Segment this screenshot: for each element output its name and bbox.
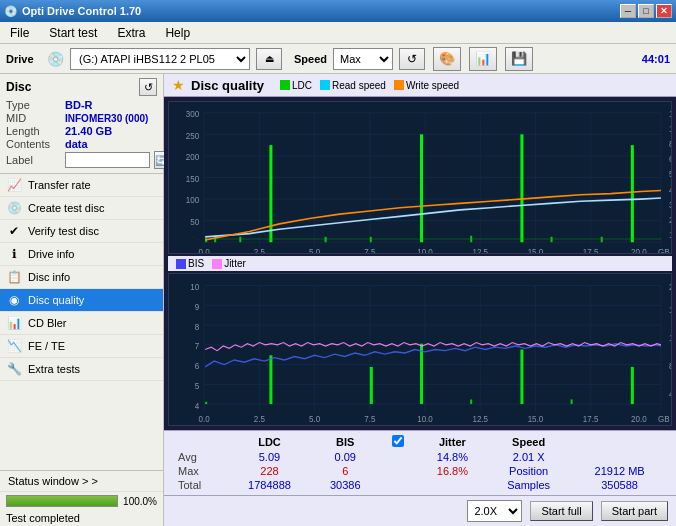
titlebar: 💿 Opti Drive Control 1.70 ─ □ ✕ [0, 0, 676, 22]
start-full-button[interactable]: Start full [530, 501, 592, 521]
speed-select[interactable]: Max1.0X2.0X4.0X8.0X12.0X [333, 48, 393, 70]
avg-extra [571, 450, 668, 464]
sidebar-bottom: Status window > > 100.0% Test completed [0, 470, 163, 526]
sidebar-item-verify-test-disc[interactable]: ✔ Verify test disc [0, 220, 163, 243]
svg-text:10: 10 [190, 282, 199, 293]
avg-empty [378, 450, 418, 464]
svg-rect-95 [370, 367, 373, 404]
status-window-button[interactable]: Status window > > [0, 471, 163, 492]
jitter-color [212, 259, 222, 269]
svg-rect-97 [470, 399, 472, 404]
nav-label-disc-quality: Disc quality [28, 294, 84, 306]
sidebar-item-disc-info[interactable]: 📋 Disc info [0, 266, 163, 289]
menu-file[interactable]: File [4, 24, 35, 42]
disc-label-input[interactable] [65, 152, 150, 168]
sidebar-item-extra-tests[interactable]: 🔧 Extra tests [0, 358, 163, 381]
svg-text:10.0: 10.0 [417, 247, 433, 253]
avg-ldc: 5.09 [227, 450, 312, 464]
maximize-button[interactable]: □ [638, 4, 654, 18]
bis-jitter-legend: BIS Jitter [168, 256, 672, 271]
sidebar-item-fe-te[interactable]: 📉 FE / TE [0, 335, 163, 358]
save-button[interactable]: 💾 [505, 47, 533, 71]
svg-rect-50 [551, 237, 553, 242]
svg-text:2X: 2X [669, 215, 671, 225]
max-ldc: 228 [227, 464, 312, 478]
svg-text:7.5: 7.5 [364, 413, 375, 424]
sidebar: Disc ↺ Type BD-R MID INFOMER30 (000) Len… [0, 74, 164, 526]
disc-label-label: Label [6, 154, 61, 166]
svg-text:7: 7 [195, 341, 200, 352]
disc-type-value: BD-R [65, 99, 93, 111]
close-button[interactable]: ✕ [656, 4, 672, 18]
svg-text:16%: 16% [669, 305, 671, 316]
sidebar-item-create-test-disc[interactable]: 💿 Create test disc [0, 197, 163, 220]
svg-text:20%: 20% [669, 282, 671, 293]
legend-ldc-label: LDC [292, 80, 312, 91]
disc-refresh-button[interactable]: ↺ [139, 78, 157, 96]
stats-jitter-check-cell [378, 434, 418, 450]
drive-select[interactable]: (G:) ATAPI iHBS112 2 PL05 [70, 48, 250, 70]
stats-ldc-header: LDC [227, 434, 312, 450]
settings-button[interactable]: 🎨 [433, 47, 461, 71]
disc-title: Disc [6, 80, 31, 94]
svg-text:17.5: 17.5 [583, 413, 599, 424]
stats-speed-header: Speed [486, 434, 571, 450]
menubar: File Start test Extra Help [0, 22, 676, 44]
svg-rect-45 [325, 237, 327, 242]
legend-read-speed-label: Read speed [332, 80, 386, 91]
svg-rect-93 [205, 402, 207, 404]
svg-text:8X: 8X [669, 139, 671, 149]
menu-starttest[interactable]: Start test [43, 24, 103, 42]
avg-bis: 0.09 [312, 450, 378, 464]
jitter-checkbox[interactable] [392, 435, 404, 447]
nav-label-verify-test-disc: Verify test disc [28, 225, 99, 237]
disc-length-label: Length [6, 125, 61, 137]
svg-text:5: 5 [195, 380, 200, 391]
total-extra [419, 478, 486, 492]
start-part-button[interactable]: Start part [601, 501, 668, 521]
right-panel: ★ Disc quality LDC Read speed Write spee… [164, 74, 676, 526]
disc-label-row: Label 🔄 [6, 151, 157, 169]
timer: 44:01 [642, 53, 670, 65]
svg-text:4%: 4% [669, 389, 671, 400]
speed-refresh-button[interactable]: ↺ [399, 48, 425, 70]
legend-bis-label: BIS [188, 258, 204, 269]
stats-max-row: Max 228 6 16.8% Position 21912 MB [172, 464, 668, 478]
bis-chart-svg: 10 9 8 7 6 5 4 20% 16% 12% 8% 4% 0.0 2.5 [169, 274, 671, 425]
disc-mid-label: MID [6, 112, 61, 124]
legend-ldc: LDC [280, 80, 312, 91]
svg-text:10X: 10X [669, 124, 671, 134]
progress-bar [6, 495, 118, 507]
max-label: Max [172, 464, 227, 478]
menu-extra[interactable]: Extra [111, 24, 151, 42]
drive-eject-button[interactable]: ⏏ [256, 48, 282, 70]
graph-button[interactable]: 📊 [469, 47, 497, 71]
svg-text:20.0: 20.0 [631, 247, 647, 253]
svg-text:1X: 1X [669, 230, 671, 240]
ldc-color [280, 80, 290, 90]
drivebar: Drive 💿 (G:) ATAPI iHBS112 2 PL05 ⏏ Spee… [0, 44, 676, 74]
svg-text:15.0: 15.0 [528, 413, 544, 424]
svg-text:100: 100 [186, 195, 200, 205]
disc-section: Disc ↺ Type BD-R MID INFOMER30 (000) Len… [0, 74, 163, 174]
disc-quality-icon: ◉ [6, 292, 22, 308]
minimize-button[interactable]: ─ [620, 4, 636, 18]
menu-help[interactable]: Help [159, 24, 196, 42]
drive-info-icon: ℹ [6, 246, 22, 262]
disc-quality-title: Disc quality [191, 78, 264, 93]
avg-speed: 2.01 X [486, 450, 571, 464]
sidebar-item-disc-quality[interactable]: ◉ Disc quality [0, 289, 163, 312]
ldc-chart-svg: 300 250 200 150 100 50 12X 10X 8X 6X 5X … [169, 102, 671, 253]
sidebar-item-transfer-rate[interactable]: 📈 Transfer rate [0, 174, 163, 197]
sidebar-item-cd-bler[interactable]: 📊 CD Bler [0, 312, 163, 335]
svg-text:50: 50 [190, 217, 199, 227]
sidebar-item-drive-info[interactable]: ℹ Drive info [0, 243, 163, 266]
svg-rect-46 [370, 237, 372, 242]
nav-label-fe-te: FE / TE [28, 340, 65, 352]
disc-length-value: 21.40 GB [65, 125, 112, 137]
max-bis: 6 [312, 464, 378, 478]
legend-write-speed-label: Write speed [406, 80, 459, 91]
titlebar-left: 💿 Opti Drive Control 1.70 [4, 5, 141, 18]
bottom-speed-select[interactable]: 1.0X2.0X4.0X [467, 500, 522, 522]
svg-text:17.5: 17.5 [583, 247, 599, 253]
